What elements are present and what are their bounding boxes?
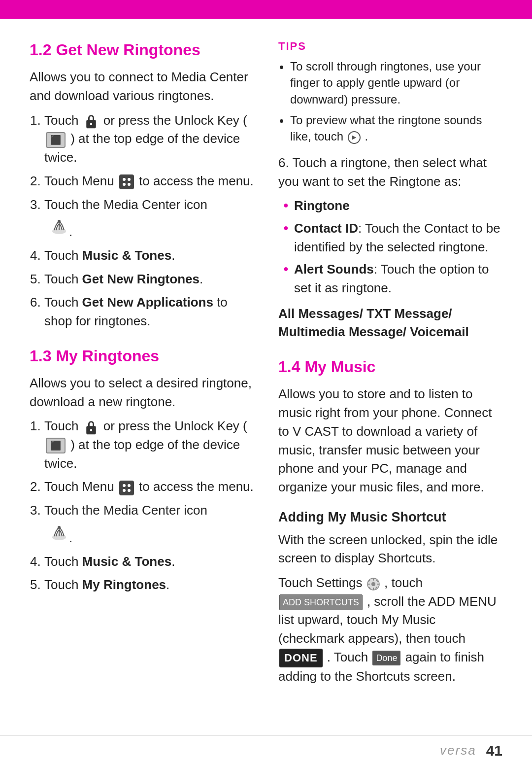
svg-point-3 (123, 178, 126, 181)
adding-shortcut-desc2: Touch Settings (278, 574, 502, 686)
step-1-2-6: Touch Get New Applications to shop for r… (44, 293, 254, 330)
menu-icon (119, 174, 134, 189)
svg-rect-12 (119, 481, 134, 495)
lock-icon (84, 113, 99, 129)
footer: versa 41 (0, 735, 532, 765)
unlock-key-icon: ⬛ (46, 132, 66, 148)
svg-point-15 (123, 489, 126, 492)
done-sm-button: Done (372, 651, 400, 665)
step-1-3-3: Touch the Media Center icon . (44, 501, 254, 547)
adding-shortcut-section: Adding My Music Shortcut With the screen… (278, 508, 502, 686)
step-6-ringtone-section: 6. Touch a ringtone, then select what yo… (278, 154, 502, 342)
section-1-4: 1.4 My Music Allows you to store and to … (278, 355, 502, 686)
svg-point-14 (128, 484, 131, 487)
play-icon (348, 131, 361, 144)
media-center-icon-block-2: . (49, 522, 254, 548)
section-1-4-title: 1.4 My Music (278, 355, 502, 378)
svg-rect-24 (367, 584, 370, 585)
page-number: 41 (486, 740, 502, 762)
section-1-3-description: Allows you to select a desired ringtone,… (30, 374, 254, 411)
step-6-intro: 6. Touch a ringtone, then select what yo… (278, 154, 502, 191)
step-1-2-3: Touch the Media Center icon . (44, 196, 254, 242)
adding-shortcut-desc1: With the screen unlocked, spin the idle … (278, 531, 502, 568)
music-tones-label: Music & Tones (82, 248, 172, 263)
svg-point-8 (58, 220, 61, 223)
section-1-2-steps: Touch or press the Unlock Key ( ⬛ ) at t… (44, 111, 254, 331)
tips-label: TIPS (278, 38, 502, 54)
ringtone-option-3: Alert Sounds: Touch the option to set it… (283, 260, 502, 297)
section-1-4-description: Allows you to store and to listen to mus… (278, 385, 502, 496)
unlock-key-icon-2: ⬛ (46, 438, 66, 453)
step-1-3-5: Touch My Ringtones. (44, 576, 254, 594)
ringtone-option-1: Ringtone (283, 197, 502, 215)
get-new-apps-label: Get New Applications (82, 295, 213, 310)
all-messages-text: All Messages/ TXT Message/ Multimedia Me… (278, 305, 502, 342)
tips-list: To scroll through ringtones, use your fi… (290, 58, 502, 145)
tip-2: To preview what the ringtone sounds like… (290, 112, 502, 145)
svg-point-5 (123, 183, 126, 186)
svg-rect-22 (373, 578, 374, 581)
my-ringtones-label: My Ringtones (82, 577, 166, 592)
step-1-2-4: Touch Music & Tones. (44, 246, 254, 265)
menu-icon-2 (119, 481, 134, 495)
section-1-2-description: Allows you to connect to Media Center an… (30, 68, 254, 105)
svg-point-16 (128, 489, 131, 492)
section-1-3-title: 1.3 My Ringtones (30, 345, 254, 367)
svg-rect-23 (373, 588, 374, 590)
brand-logo: versa (440, 741, 476, 760)
left-column: 1.2 Get New Ringtones Allows you to conn… (30, 38, 254, 692)
ringtone-option-2: Contact ID: Touch the Contact to be iden… (283, 219, 502, 256)
ringtone-options-list: Ringtone Contact ID: Touch the Contact t… (283, 197, 502, 297)
lock-icon-2 (84, 419, 99, 435)
step-1-3-4: Touch Music & Tones. (44, 553, 254, 571)
done-button: DONE (279, 649, 323, 667)
tips-section: TIPS To scroll through ringtones, use yo… (278, 38, 502, 145)
section-1-2-title: 1.2 Get New Ringtones (30, 38, 254, 61)
svg-rect-2 (119, 174, 134, 189)
right-column: TIPS To scroll through ringtones, use yo… (278, 38, 502, 692)
svg-point-4 (128, 178, 131, 181)
section-1-3-steps: Touch or press the Unlock Key ( ⬛ ) at t… (44, 417, 254, 594)
step-1-2-1: Touch or press the Unlock Key ( ⬛ ) at t… (44, 111, 254, 167)
get-new-ringtones-label: Get New Ringtones (82, 272, 200, 286)
svg-rect-25 (377, 584, 379, 585)
step-1-3-2: Touch Menu to access the menu. (44, 478, 254, 496)
settings-icon (367, 577, 380, 590)
svg-point-13 (123, 484, 126, 487)
tip-1: To scroll through ringtones, use your fi… (290, 58, 502, 108)
add-shortcuts-button: ADD SHORTCUTS (279, 594, 363, 610)
top-bar (0, 0, 532, 19)
svg-point-6 (128, 183, 131, 186)
step-1-3-1: Touch or press the Unlock Key ( ⬛ ) at t… (44, 417, 254, 473)
svg-point-11 (90, 429, 92, 431)
svg-point-18 (58, 526, 61, 529)
step-1-2-2: Touch Menu to access the menu. (44, 172, 254, 191)
svg-point-21 (371, 582, 375, 586)
step-1-2-5: Touch Get New Ringtones. (44, 270, 254, 289)
media-center-icon-block: . (49, 216, 254, 242)
music-tones-label-2: Music & Tones (82, 554, 172, 569)
adding-shortcut-title: Adding My Music Shortcut (278, 508, 502, 527)
svg-point-1 (90, 123, 92, 125)
